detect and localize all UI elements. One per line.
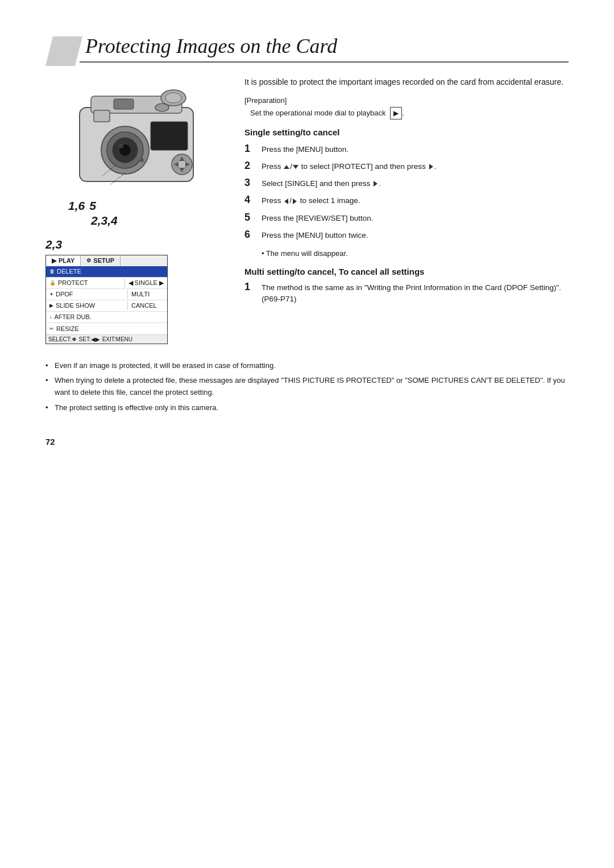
svg-rect-7 <box>94 110 110 122</box>
step-3-text: Select [SINGLE] and then press . <box>262 177 569 189</box>
step-1-num: 1 <box>244 143 256 155</box>
setup-tab-label: SETUP <box>93 257 114 264</box>
left-column: ✱ 1,6 5 2,3,4 2,3 ▶ PLAY <box>45 76 227 344</box>
menu-row-slideshow-right: CANCEL <box>127 301 167 310</box>
step-1: 1 Press the [MENU] button. <box>244 143 569 155</box>
multi-section-heading: Multi setting/to cancel, To cancel all s… <box>244 267 569 276</box>
step-2-text: Press / to select [PROTECT] and then pre… <box>262 160 569 172</box>
preparation-item: Set the operational mode dial to playbac… <box>244 107 569 119</box>
menu-row-resize: ✂ RESIZE <box>46 323 167 334</box>
right-column: It is possible to protect the important … <box>244 76 569 344</box>
camera-label-5: 5 <box>89 199 96 213</box>
footer-set: SET:◀▶ <box>79 336 100 342</box>
play-tab-label: PLAY <box>59 257 74 264</box>
multi-step-1: 1 The method is the same as in "Writing … <box>244 281 569 305</box>
menu-row-slideshow-left: ▶ SLIDE SHOW <box>46 301 127 310</box>
step-4: 4 Press / to select 1 image. <box>244 194 569 206</box>
step-5: 5 Press the [REVIEW/SET] button. <box>244 212 569 224</box>
svg-rect-12 <box>151 122 188 150</box>
step-2: 2 Press / to select [PROTECT] and then p… <box>244 160 569 172</box>
tri-right-icon-2 <box>429 164 433 170</box>
tri-down-icon <box>293 165 298 169</box>
tri-left-icon <box>284 199 288 204</box>
delete-label: DELETE <box>57 268 81 275</box>
tri-right-icon-3 <box>374 181 377 187</box>
menu-row-dpof: ✦ DPOF MULTI <box>46 289 167 300</box>
menu-row-afterdub: ↓ AFTER DUB. <box>46 312 167 323</box>
camera-label-16: 1,6 <box>68 199 85 213</box>
svg-point-10 <box>165 93 181 103</box>
title-underline <box>80 61 569 63</box>
dpof-icon: ✦ <box>49 292 53 297</box>
svg-rect-8 <box>114 99 134 109</box>
bottom-note-2: When trying to delete a protected file, … <box>45 375 569 399</box>
menu-row-delete: 🗑 DELETE <box>46 266 167 278</box>
page-title: Protecting Images on the Card <box>85 34 569 58</box>
prep-item-text: Set the operational mode dial to playbac… <box>250 109 386 117</box>
menu-row-dpof-right: MULTI <box>127 290 167 299</box>
step-5-num: 5 <box>244 212 256 224</box>
menu-footer: SELECT:❖ SET:◀▶ EXIT:MENU <box>46 334 167 344</box>
single-section-heading: Single setting/to cancel <box>244 127 569 137</box>
preparation-section: [Preparation] Set the operational mode d… <box>244 96 569 119</box>
bottom-note-2-text: When trying to delete a protected file, … <box>55 376 565 396</box>
menu-tab-play: ▶ PLAY <box>46 255 81 266</box>
step-3-num: 3 <box>244 177 256 189</box>
svg-point-14 <box>177 160 186 169</box>
menu-row-dpof-left: ✦ DPOF <box>46 290 127 299</box>
bottom-note-3: The protect setting is effective only in… <box>45 402 569 414</box>
menu-tab-setup: ⚙ SETUP <box>81 255 121 266</box>
svg-point-11 <box>155 104 169 111</box>
main-content: ✱ 1,6 5 2,3,4 2,3 ▶ PLAY <box>45 76 569 344</box>
menu-box: ▶ PLAY ⚙ SETUP 🗑 DELETE <box>45 255 168 344</box>
intro-text: It is possible to protect the important … <box>244 76 569 88</box>
step-6-text: Press the [MENU] button twice. <box>262 229 569 241</box>
camera-label-row2: 2,3,4 <box>45 214 227 228</box>
slideshow-icon: ▶ <box>49 303 53 308</box>
delete-icon: 🗑 <box>49 268 55 274</box>
step-6: 6 Press the [MENU] button twice. <box>244 229 569 241</box>
camera-image: ✱ <box>63 76 210 190</box>
step-4-num: 4 <box>244 194 256 206</box>
menu-row-protect: 🔒 PROTECT ◀ SINGLE ▶ <box>46 278 167 289</box>
step-5-text: Press the [REVIEW/SET] button. <box>262 212 569 224</box>
svg-text:✱: ✱ <box>139 156 145 164</box>
title-area: Protecting Images on the Card <box>45 34 569 63</box>
afterdub-icon: ↓ <box>49 314 52 320</box>
resize-label: RESIZE <box>56 325 79 332</box>
page-container: Protecting Images on the Card <box>45 34 569 447</box>
afterdub-label: AFTER DUB. <box>55 313 92 320</box>
setup-tab-icon: ⚙ <box>86 258 91 263</box>
menu-row-resize-left: ✂ RESIZE <box>46 324 167 333</box>
footer-select: SELECT:❖ <box>48 336 77 342</box>
resize-icon: ✂ <box>49 326 54 332</box>
menu-row-protect-right: ◀ SINGLE ▶ <box>125 278 167 288</box>
bottom-notes: Even if an image is protected, it will b… <box>45 360 569 414</box>
step-3: 3 Select [SINGLE] and then press . <box>244 177 569 189</box>
title-shape-decoration <box>45 36 82 66</box>
preparation-label: [Preparation] <box>244 96 569 105</box>
tri-right-icon-4 <box>293 199 297 204</box>
camera-svg: ✱ <box>63 76 210 187</box>
play-tab-icon: ▶ <box>52 257 56 264</box>
bottom-note-1-text: Even if an image is protected, it will b… <box>55 361 276 370</box>
menu-header: ▶ PLAY ⚙ SETUP <box>46 255 167 266</box>
note-text: • The menu will disappear. <box>262 249 348 258</box>
slideshow-label: SLIDE SHOW <box>56 302 95 309</box>
step-2-num: 2 <box>244 160 256 172</box>
page-number: 72 <box>45 437 569 447</box>
menu-row-slideshow: ▶ SLIDE SHOW CANCEL <box>46 300 167 312</box>
step-1-text: Press the [MENU] button. <box>262 143 569 155</box>
svg-point-6 <box>119 144 123 148</box>
camera-label-row1: 1,6 5 <box>45 199 227 213</box>
protect-icon: 🔒 <box>49 280 56 286</box>
camera-label-234: 2,3,4 <box>91 214 118 227</box>
steps-list: 1 Press the [MENU] button. 2 Press / to … <box>244 143 569 242</box>
step-6-num: 6 <box>244 229 256 241</box>
bottom-note-1: Even if an image is protected, it will b… <box>45 360 569 372</box>
tri-up-icon <box>284 165 289 169</box>
multi-step-1-num: 1 <box>244 281 256 294</box>
step-4-text: Press / to select 1 image. <box>262 194 569 206</box>
protect-label: PROTECT <box>58 279 88 286</box>
bottom-note-3-text: The protect setting is effective only in… <box>55 403 218 412</box>
